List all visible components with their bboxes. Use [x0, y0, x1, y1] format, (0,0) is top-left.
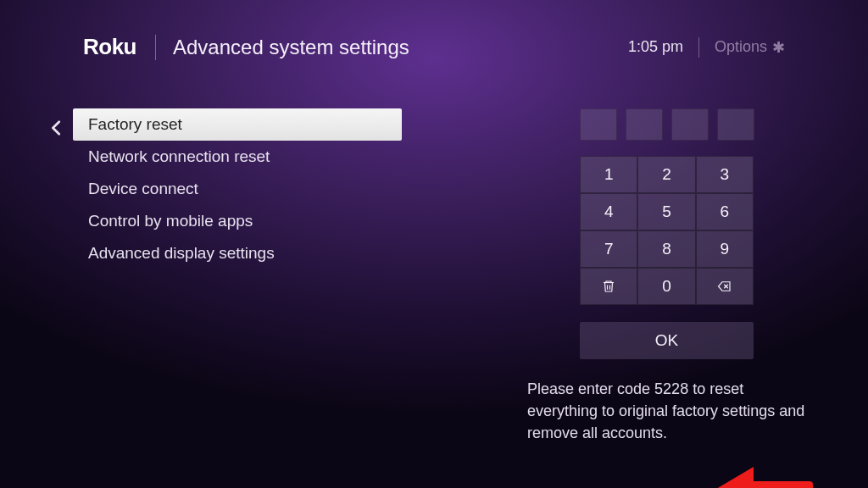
key-9[interactable]: 9	[696, 230, 754, 268]
back-button[interactable]	[47, 119, 66, 137]
code-digit-4[interactable]	[717, 108, 754, 141]
menu-item-network-connection-reset[interactable]: Network connection reset	[73, 141, 402, 173]
divider	[698, 37, 699, 58]
key-7[interactable]: 7	[580, 230, 637, 268]
ok-button[interactable]: OK	[580, 322, 754, 359]
menu-item-device-connect[interactable]: Device connect	[73, 173, 402, 205]
svg-rect-4	[747, 481, 813, 488]
settings-menu: Factory reset Network connection reset D…	[73, 108, 402, 269]
divider	[155, 35, 156, 60]
numeric-keypad: 1 2 3 4 5 6 7 8 9 0	[580, 156, 754, 305]
star-icon: ✱	[772, 38, 785, 57]
menu-item-control-by-mobile-apps[interactable]: Control by mobile apps	[73, 205, 402, 237]
instruction-text: Please enter code 5228 to reset everythi…	[527, 378, 815, 444]
header-right: 1:05 pm Options ✱	[628, 37, 785, 58]
menu-item-label: Factory reset	[88, 115, 182, 134]
options-button[interactable]: Options ✱	[715, 38, 785, 57]
code-digit-3[interactable]	[671, 108, 709, 141]
content: Factory reset Network connection reset D…	[44, 108, 868, 488]
trash-icon	[601, 279, 616, 294]
key-2[interactable]: 2	[637, 156, 695, 193]
key-3[interactable]: 3	[696, 156, 754, 193]
menu-item-label: Network connection reset	[88, 147, 270, 166]
key-backspace[interactable]	[696, 268, 754, 305]
menu-item-factory-reset[interactable]: Factory reset	[73, 108, 402, 141]
backspace-icon	[717, 279, 732, 294]
chevron-left-icon	[47, 119, 66, 137]
key-5[interactable]: 5	[637, 193, 695, 230]
key-1[interactable]: 1	[580, 156, 637, 193]
menu-item-label: Device connect	[88, 180, 198, 198]
page-title: Advanced system settings	[173, 36, 409, 59]
menu-item-advanced-display-settings[interactable]: Advanced display settings	[73, 237, 402, 269]
logo: Roku	[83, 34, 136, 60]
key-clear[interactable]	[580, 268, 637, 305]
key-0[interactable]: 0	[637, 268, 695, 305]
header: Roku Advanced system settings 1:05 pm Op…	[0, 34, 868, 60]
key-8[interactable]: 8	[637, 230, 695, 268]
menu-item-label: Advanced display settings	[88, 244, 275, 263]
annotation-arrow-icon	[716, 460, 818, 488]
key-6[interactable]: 6	[696, 193, 754, 230]
code-digit-1[interactable]	[580, 108, 617, 141]
svg-marker-5	[716, 467, 754, 488]
menu-item-label: Control by mobile apps	[88, 212, 253, 230]
keypad-panel: 1 2 3 4 5 6 7 8 9 0	[519, 108, 824, 444]
code-digit-2[interactable]	[626, 108, 663, 141]
options-label: Options	[715, 38, 767, 56]
key-4[interactable]: 4	[580, 193, 637, 230]
code-entry	[580, 108, 824, 141]
ok-label: OK	[655, 331, 678, 350]
clock: 1:05 pm	[628, 38, 683, 56]
